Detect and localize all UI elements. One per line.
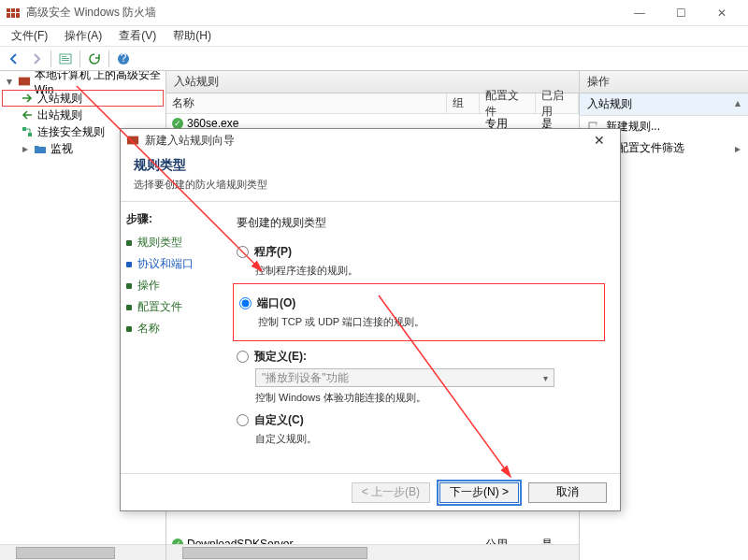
back-icon[interactable] [4, 49, 24, 69]
tree-outbound[interactable]: 出站规则 [2, 107, 164, 123]
opt-program-desc: 控制程序连接的规则。 [255, 264, 605, 278]
outbound-icon [21, 108, 34, 122]
steps-title: 步骤: [126, 211, 216, 227]
svg-rect-5 [62, 56, 66, 57]
menu-action[interactable]: 操作(A) [57, 26, 109, 46]
wizard-title: 新建入站规则向导 [145, 133, 584, 149]
opt-custom-desc: 自定义规则。 [255, 432, 605, 446]
step-profile[interactable]: 配置文件 [126, 299, 216, 315]
wizard-content: 要创建的规则类型 程序(P) 控制程序连接的规则。 端口(O) 控制 TCP 或… [222, 202, 620, 473]
opt-custom-label: 自定义(C) [254, 412, 304, 428]
radio-program[interactable] [237, 246, 249, 258]
col-profile[interactable]: 配置文件 [480, 93, 536, 113]
table-row[interactable]: DownloadSDKServer 公用 是 [166, 535, 579, 544]
annotation-next-box: 下一步(N) > [438, 481, 521, 505]
svg-rect-1 [7, 12, 20, 13]
properties-icon[interactable] [55, 49, 76, 69]
refresh-icon[interactable] [84, 49, 105, 69]
predefined-dropdown[interactable]: "播放到设备"功能 ▾ [255, 368, 554, 387]
menu-help[interactable]: 帮助(H) [165, 26, 219, 46]
svg-rect-6 [62, 58, 69, 59]
toolbar-separator [79, 50, 80, 67]
toolbar-separator [50, 50, 51, 67]
svg-rect-3 [15, 8, 16, 18]
actions-section-label: 入站规则 [587, 97, 632, 110]
svg-rect-11 [22, 127, 26, 131]
menubar: 文件(F) 操作(A) 查看(V) 帮助(H) [0, 26, 748, 47]
folder-icon [34, 142, 47, 155]
opt-program[interactable]: 程序(P) [237, 244, 605, 260]
back-button: < 上一步(B) [352, 482, 430, 503]
opt-port[interactable]: 端口(O) [239, 295, 598, 311]
window-title: 高级安全 Windows 防火墙 [26, 5, 619, 21]
scrollbar-thumb[interactable] [16, 547, 115, 559]
firewall-icon [18, 75, 31, 88]
wizard-footer: < 上一步(B) 下一步(N) > 取消 [121, 473, 620, 510]
close-icon[interactable]: ✕ [584, 133, 614, 148]
opt-predefined-label: 预定义(E): [254, 349, 307, 365]
inbound-icon [21, 92, 34, 105]
col-enabled[interactable]: 已启用 [536, 93, 579, 113]
wizard-titlebar[interactable]: 新建入站规则向导 ✕ [121, 129, 620, 151]
predefined-value: "播放到设备"功能 [262, 370, 349, 386]
chevron-down-icon: ▾ [543, 373, 548, 383]
help-icon[interactable]: ? [113, 49, 134, 69]
wizard-header-desc: 选择要创建的防火墙规则类型 [134, 178, 607, 192]
expand-icon[interactable]: ▸ [21, 142, 30, 155]
firewall-icon [126, 134, 139, 147]
annotation-port-box: 端口(O) 控制 TCP 或 UDP 端口连接的规则。 [233, 283, 605, 341]
enabled-icon [172, 118, 183, 129]
wizard-dialog: 新建入站规则向导 ✕ 规则类型 选择要创建的防火墙规则类型 步骤: 规则类型 协… [120, 128, 621, 511]
toolbar: ? [0, 47, 748, 71]
tree-inbound-label: 入站规则 [37, 91, 82, 107]
opt-program-label: 程序(P) [254, 244, 292, 260]
close-button[interactable]: ✕ [701, 0, 742, 26]
actions-header: 操作 [580, 71, 748, 93]
opt-custom[interactable]: 自定义(C) [237, 412, 605, 428]
col-name[interactable]: 名称 [166, 93, 447, 113]
rule-enabled: 是 [536, 537, 579, 545]
maximize-button[interactable]: ☐ [660, 0, 701, 26]
next-button[interactable]: 下一步(N) > [439, 482, 519, 503]
col-group[interactable]: 组 [447, 93, 480, 113]
svg-rect-7 [62, 60, 69, 61]
svg-rect-10 [19, 78, 30, 86]
step-proto-port[interactable]: 协议和端口 [126, 256, 216, 272]
opt-predefined-desc: 控制 Windows 体验功能连接的规则。 [255, 391, 605, 405]
step-name[interactable]: 名称 [126, 321, 216, 337]
tree-root[interactable]: ▾ 本地计算机 上的高级安全 Win [2, 73, 164, 90]
column-headers: 名称 组 配置文件 已启用 [166, 93, 579, 114]
radio-predefined[interactable] [237, 351, 249, 363]
cancel-button[interactable]: 取消 [528, 482, 607, 503]
scrollbar-thumb[interactable] [182, 547, 367, 559]
step-rule-type[interactable]: 规则类型 [126, 235, 216, 251]
firewall-icon [6, 6, 21, 21]
tree-monitoring-label: 监视 [50, 141, 73, 157]
rule-profile: 公用 [480, 537, 536, 545]
svg-rect-16 [127, 136, 138, 145]
step-action[interactable]: 操作 [126, 278, 216, 294]
connsec-icon [21, 125, 34, 138]
wizard-question: 要创建的规则类型 [237, 215, 605, 231]
svg-text:?: ? [121, 52, 127, 65]
titlebar: 高级安全 Windows 防火墙 — ☐ ✕ [0, 0, 748, 26]
svg-rect-2 [10, 8, 11, 18]
radio-custom[interactable] [237, 414, 249, 426]
minimize-button[interactable]: — [619, 0, 660, 26]
rule-name: 360se.exe [187, 117, 238, 130]
rule-name: DownloadSDKServer [187, 538, 293, 544]
expand-icon[interactable]: ▾ [6, 75, 14, 88]
tree-connsec-label: 连接安全规则 [37, 124, 105, 140]
forward-icon[interactable] [26, 49, 47, 69]
menu-view[interactable]: 查看(V) [111, 26, 164, 46]
opt-port-desc: 控制 TCP 或 UDP 端口连接的规则。 [258, 315, 598, 329]
tree-outbound-label: 出站规则 [37, 108, 82, 123]
submenu-icon: ▸ [735, 142, 741, 155]
wizard-steps: 步骤: 规则类型 协议和端口 操作 配置文件 名称 [121, 202, 222, 473]
collapse-icon[interactable]: ▴ [735, 96, 741, 109]
toolbar-separator [108, 50, 109, 67]
menu-file[interactable]: 文件(F) [4, 26, 55, 46]
opt-predefined[interactable]: 预定义(E): [237, 349, 605, 365]
radio-port[interactable] [239, 297, 252, 309]
actions-section: 入站规则 ▴ [580, 93, 748, 116]
